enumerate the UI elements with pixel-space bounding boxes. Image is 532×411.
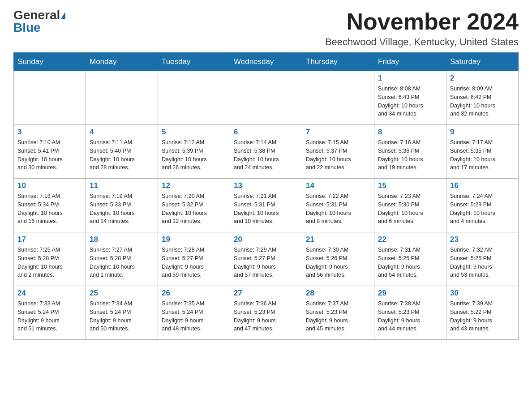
day-number: 29 [378,289,442,298]
col-header-thursday: Thursday [302,53,374,71]
calendar-cell: 26Sunrise: 7:35 AM Sunset: 5:24 PM Dayli… [158,286,230,340]
calendar-cell: 11Sunrise: 7:19 AM Sunset: 5:33 PM Dayli… [86,179,158,232]
logo-general-text: General [13,9,60,21]
calendar-cell: 17Sunrise: 7:25 AM Sunset: 5:28 PM Dayli… [14,232,86,286]
calendar-cell: 12Sunrise: 7:20 AM Sunset: 5:32 PM Dayli… [158,179,230,232]
calendar-cell: 8Sunrise: 7:16 AM Sunset: 5:36 PM Daylig… [374,125,446,179]
day-number: 19 [162,235,226,244]
day-info: Sunrise: 7:28 AM Sunset: 5:27 PM Dayligh… [162,246,226,279]
calendar-cell [86,71,158,125]
calendar-cell [230,71,302,125]
col-header-friday: Friday [374,53,446,71]
day-info: Sunrise: 7:29 AM Sunset: 5:27 PM Dayligh… [234,246,298,279]
day-info: Sunrise: 7:33 AM Sunset: 5:24 PM Dayligh… [17,300,82,333]
calendar-header: SundayMondayTuesdayWednesdayThursdayFrid… [14,53,519,71]
calendar-cell: 1Sunrise: 8:08 AM Sunset: 6:43 PM Daylig… [374,71,446,125]
week-row-4: 24Sunrise: 7:33 AM Sunset: 5:24 PM Dayli… [14,286,519,340]
header-row: SundayMondayTuesdayWednesdayThursdayFrid… [14,53,519,71]
day-info: Sunrise: 7:24 AM Sunset: 5:29 PM Dayligh… [450,192,515,226]
day-info: Sunrise: 7:14 AM Sunset: 5:38 PM Dayligh… [234,138,298,172]
day-number: 5 [162,128,226,137]
day-number: 16 [450,181,515,190]
day-number: 21 [306,235,370,244]
calendar-cell: 15Sunrise: 7:23 AM Sunset: 5:30 PM Dayli… [374,179,446,232]
title-block: November 2024 Beechwood Village, Kentuck… [325,9,519,48]
day-number: 9 [450,128,515,137]
day-info: Sunrise: 7:36 AM Sunset: 5:23 PM Dayligh… [234,300,298,333]
calendar-cell: 4Sunrise: 7:11 AM Sunset: 5:40 PM Daylig… [86,125,158,179]
logo-blue-text: Blue [13,21,41,34]
calendar-body: 1Sunrise: 8:08 AM Sunset: 6:43 PM Daylig… [14,71,519,340]
day-number: 8 [378,128,442,137]
logo: General Blue [13,9,65,34]
calendar-cell: 13Sunrise: 7:21 AM Sunset: 5:31 PM Dayli… [230,179,302,232]
day-info: Sunrise: 7:22 AM Sunset: 5:31 PM Dayligh… [306,192,370,226]
calendar-cell: 3Sunrise: 7:10 AM Sunset: 5:41 PM Daylig… [14,125,86,179]
week-row-2: 10Sunrise: 7:18 AM Sunset: 5:34 PM Dayli… [14,179,519,232]
calendar-cell: 24Sunrise: 7:33 AM Sunset: 5:24 PM Dayli… [14,286,86,340]
day-info: Sunrise: 7:11 AM Sunset: 5:40 PM Dayligh… [90,138,154,172]
day-info: Sunrise: 7:17 AM Sunset: 5:35 PM Dayligh… [450,138,515,172]
day-number: 22 [378,235,442,244]
day-info: Sunrise: 7:21 AM Sunset: 5:31 PM Dayligh… [234,192,298,226]
day-info: Sunrise: 7:38 AM Sunset: 5:23 PM Dayligh… [378,300,442,333]
day-info: Sunrise: 7:23 AM Sunset: 5:30 PM Dayligh… [378,192,442,226]
day-info: Sunrise: 7:34 AM Sunset: 5:24 PM Dayligh… [90,300,154,333]
day-info: Sunrise: 7:10 AM Sunset: 5:41 PM Dayligh… [17,138,82,172]
day-info: Sunrise: 7:15 AM Sunset: 5:37 PM Dayligh… [306,138,370,172]
calendar-table: SundayMondayTuesdayWednesdayThursdayFrid… [13,52,519,340]
day-info: Sunrise: 8:09 AM Sunset: 6:42 PM Dayligh… [450,85,515,118]
logo-triangle-icon [61,12,65,19]
day-info: Sunrise: 7:39 AM Sunset: 5:22 PM Dayligh… [450,300,515,333]
day-number: 4 [90,128,154,137]
day-number: 20 [234,235,298,244]
day-info: Sunrise: 7:30 AM Sunset: 5:26 PM Dayligh… [306,246,370,279]
day-number: 26 [162,289,226,298]
calendar-cell: 9Sunrise: 7:17 AM Sunset: 5:35 PM Daylig… [446,125,519,179]
day-number: 23 [450,235,515,244]
day-number: 11 [90,181,154,190]
calendar-cell [14,71,86,125]
col-header-tuesday: Tuesday [158,53,230,71]
calendar-cell: 19Sunrise: 7:28 AM Sunset: 5:27 PM Dayli… [158,232,230,286]
day-number: 3 [17,128,82,137]
day-number: 13 [234,181,298,190]
calendar-cell: 10Sunrise: 7:18 AM Sunset: 5:34 PM Dayli… [14,179,86,232]
day-info: Sunrise: 7:20 AM Sunset: 5:32 PM Dayligh… [162,192,226,226]
col-header-sunday: Sunday [14,53,86,71]
day-number: 6 [234,128,298,137]
day-info: Sunrise: 7:25 AM Sunset: 5:28 PM Dayligh… [17,246,82,279]
day-info: Sunrise: 7:12 AM Sunset: 5:39 PM Dayligh… [162,138,226,172]
calendar-cell [158,71,230,125]
day-info: Sunrise: 7:32 AM Sunset: 5:25 PM Dayligh… [450,246,515,279]
day-number: 17 [17,235,82,244]
day-number: 30 [450,289,515,298]
day-number: 7 [306,128,370,137]
calendar-cell: 6Sunrise: 7:14 AM Sunset: 5:38 PM Daylig… [230,125,302,179]
calendar-cell [302,71,374,125]
day-number: 1 [378,74,442,83]
col-header-saturday: Saturday [446,53,519,71]
day-number: 14 [306,181,370,190]
week-row-3: 17Sunrise: 7:25 AM Sunset: 5:28 PM Dayli… [14,232,519,286]
day-info: Sunrise: 7:18 AM Sunset: 5:34 PM Dayligh… [17,192,82,226]
day-number: 24 [17,289,82,298]
calendar-cell: 28Sunrise: 7:37 AM Sunset: 5:23 PM Dayli… [302,286,374,340]
calendar-cell: 18Sunrise: 7:27 AM Sunset: 5:28 PM Dayli… [86,232,158,286]
calendar-cell: 30Sunrise: 7:39 AM Sunset: 5:22 PM Dayli… [446,286,519,340]
day-info: Sunrise: 7:35 AM Sunset: 5:24 PM Dayligh… [162,300,226,333]
day-info: Sunrise: 8:08 AM Sunset: 6:43 PM Dayligh… [378,85,442,118]
col-header-monday: Monday [86,53,158,71]
col-header-wednesday: Wednesday [230,53,302,71]
calendar-cell: 25Sunrise: 7:34 AM Sunset: 5:24 PM Dayli… [86,286,158,340]
page-header: General Blue November 2024 Beechwood Vil… [13,9,519,48]
day-number: 2 [450,74,515,83]
calendar-cell: 29Sunrise: 7:38 AM Sunset: 5:23 PM Dayli… [374,286,446,340]
calendar-cell: 7Sunrise: 7:15 AM Sunset: 5:37 PM Daylig… [302,125,374,179]
day-number: 15 [378,181,442,190]
day-number: 28 [306,289,370,298]
calendar-cell: 23Sunrise: 7:32 AM Sunset: 5:25 PM Dayli… [446,232,519,286]
calendar-cell: 20Sunrise: 7:29 AM Sunset: 5:27 PM Dayli… [230,232,302,286]
calendar-cell: 27Sunrise: 7:36 AM Sunset: 5:23 PM Dayli… [230,286,302,340]
calendar-cell: 2Sunrise: 8:09 AM Sunset: 6:42 PM Daylig… [446,71,519,125]
